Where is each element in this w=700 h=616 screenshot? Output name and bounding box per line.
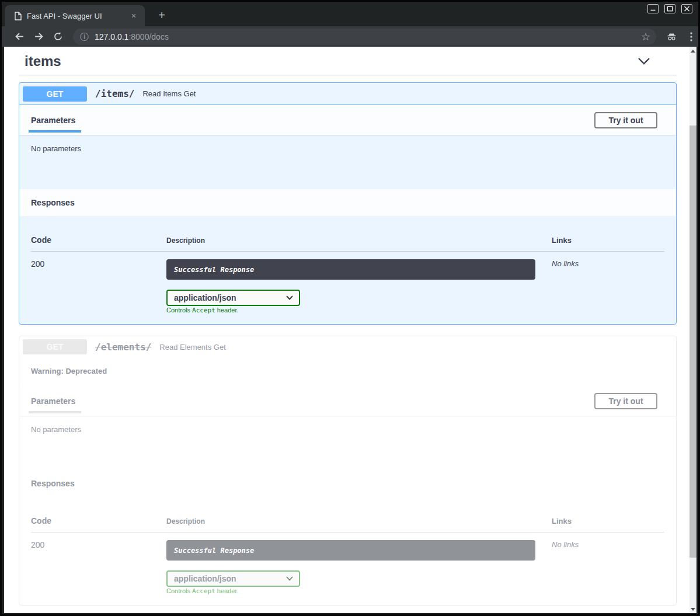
try-it-out-button[interactable]: Try it out [594, 393, 657, 409]
tab-strip: Fast API - Swagger UI × + [2, 2, 698, 26]
accept-header-note: Controls Accept header. [166, 587, 239, 594]
parameters-tab: Parameters [31, 396, 75, 406]
accept-note-prefix: Controls [166, 307, 192, 314]
response-description-cell: Successful Response application/json Con… [166, 540, 552, 595]
parameters-body: No parameters [19, 416, 676, 470]
parameters-body: No parameters [19, 135, 676, 189]
site-info-icon[interactable]: ⓘ [80, 32, 89, 41]
new-tab-button[interactable]: + [155, 8, 169, 22]
media-type-value: application/json [174, 574, 236, 583]
response-description: Successful Response [166, 259, 535, 280]
scrollbar-up-arrow[interactable] [689, 47, 696, 55]
accept-note-suffix: header. [215, 307, 239, 314]
deprecated-warning: Warning: Deprecated [19, 357, 676, 386]
url-path: :8000/docs [128, 32, 169, 41]
operation-summary-text: Read Elements Get [159, 343, 225, 351]
code-column-header: Code [31, 235, 166, 245]
tag-title: items [19, 53, 61, 69]
accept-note-code: Accept [192, 587, 215, 595]
browser-tab[interactable]: Fast API - Swagger UI × [5, 5, 145, 26]
url-text: 127.0.0.1:8000/docs [95, 32, 641, 41]
links-column-header: Links [552, 236, 664, 245]
parameters-header: Parameters Try it out [19, 105, 676, 135]
accept-note-prefix: Controls [166, 587, 192, 594]
url-host: 127.0.0.1 [95, 32, 128, 41]
swagger-ui: items GET /items/ Read Items Get Paramet… [4, 51, 689, 605]
responses-title: Responses [31, 479, 75, 488]
operation-path: /items/ [95, 88, 134, 99]
responses-header: Responses [19, 470, 676, 497]
media-type-select[interactable]: application/json [166, 290, 300, 306]
page-viewport: items GET /items/ Read Items Get Paramet… [4, 47, 689, 613]
response-description: Successful Response [166, 540, 535, 561]
responses-table: Code Description Links 200 Successful Re… [19, 497, 676, 605]
parameters-header: Parameters Try it out [19, 386, 676, 416]
opblock-get-items: GET /items/ Read Items Get Parameters Tr… [19, 82, 677, 325]
scrollbar-thumb[interactable] [689, 126, 696, 558]
close-window-button[interactable] [681, 4, 692, 13]
accept-header-note: Controls Accept header. [166, 307, 239, 314]
response-links: No links [552, 259, 664, 314]
operation-summary[interactable]: GET /elements/ Read Elements Get [19, 336, 676, 357]
window-controls [647, 4, 692, 13]
response-code: 200 [31, 259, 166, 314]
active-tab-underline [29, 130, 81, 133]
response-row: 200 Successful Response application/json… [31, 252, 664, 314]
response-links: No links [552, 540, 664, 595]
links-column-header: Links [552, 517, 664, 525]
media-type-value: application/json [174, 293, 236, 302]
reload-icon[interactable] [53, 32, 63, 41]
parameters-tab: Parameters [31, 116, 75, 125]
no-parameters-text: No parameters [31, 425, 81, 434]
browser-window: Fast API - Swagger UI × + [2, 2, 698, 614]
accept-note-code: Accept [192, 307, 215, 314]
bookmark-star-icon[interactable]: ☆ [641, 32, 650, 42]
incognito-icon [667, 32, 677, 41]
operation-summary[interactable]: GET /items/ Read Items Get [19, 83, 676, 105]
tab-title: Fast API - Swagger UI [27, 12, 128, 20]
description-column-header: Description [166, 236, 552, 245]
method-badge: GET [23, 86, 87, 102]
try-it-out-button[interactable]: Try it out [594, 112, 657, 128]
response-description-cell: Successful Response application/json Con… [166, 259, 552, 314]
responses-title: Responses [31, 198, 75, 207]
tag-section-header[interactable]: items [19, 51, 677, 75]
maximize-button[interactable] [664, 4, 675, 13]
operation-summary-text: Read Items Get [142, 89, 196, 98]
forward-icon[interactable] [34, 32, 44, 41]
browser-menu-icon[interactable] [686, 32, 696, 41]
method-badge: GET [23, 339, 87, 354]
responses-column-headers: Code Description Links [31, 497, 664, 533]
responses-column-headers: Code Description Links [31, 216, 664, 252]
scrollbar-down-arrow[interactable] [689, 605, 696, 613]
page-scrollbar[interactable] [689, 47, 696, 613]
active-tab-underline [29, 411, 81, 413]
response-row: 200 Successful Response application/json… [31, 533, 664, 595]
minimize-button[interactable] [647, 4, 659, 13]
tab-close-icon[interactable]: × [128, 11, 139, 21]
chevron-down-icon [286, 295, 293, 300]
no-parameters-text: No parameters [31, 144, 81, 153]
accept-note-suffix: header. [215, 587, 239, 594]
description-column-header: Description [166, 517, 552, 525]
browser-toolbar: ⓘ 127.0.0.1:8000/docs ☆ [2, 26, 698, 47]
opblock-get-elements-deprecated: GET /elements/ Read Elements Get Warning… [19, 336, 677, 605]
media-type-select[interactable]: application/json [166, 570, 300, 587]
page-icon [15, 12, 22, 20]
response-code: 200 [31, 540, 166, 595]
address-bar[interactable]: ⓘ 127.0.0.1:8000/docs ☆ [73, 29, 656, 45]
chevron-down-icon [286, 576, 293, 581]
responses-table: Code Description Links 200 Successful Re… [19, 216, 676, 324]
back-icon[interactable] [15, 32, 25, 41]
operation-path: /elements/ [95, 342, 151, 353]
code-column-header: Code [31, 516, 166, 525]
collapse-chevron-icon[interactable] [638, 57, 650, 65]
responses-header: Responses [19, 189, 676, 216]
